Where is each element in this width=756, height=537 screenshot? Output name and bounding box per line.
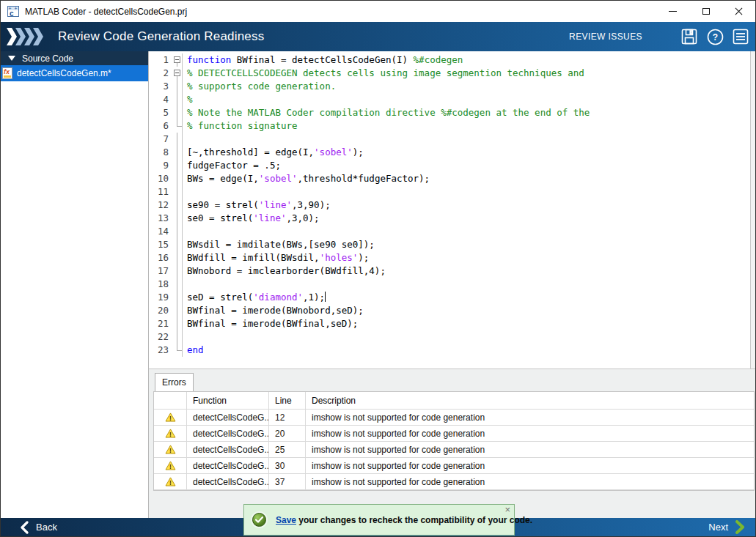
error-row-line[interactable]: 25 [269, 442, 306, 458]
line-number: 1 [149, 53, 172, 67]
code-text: % function signature [183, 119, 298, 133]
code-text: end [183, 344, 204, 357]
next-button[interactable]: Next [708, 520, 745, 534]
code-text: BWnobord = imclearborder(BWdfill,4); [183, 264, 386, 278]
code-text [183, 278, 187, 291]
error-row-line[interactable]: 12 [269, 410, 306, 426]
maximize-icon [702, 8, 710, 15]
error-row-line[interactable]: 37 [269, 474, 306, 490]
error-row-line[interactable]: 30 [269, 458, 306, 474]
error-row-function[interactable]: detectCellsCodeG... [187, 410, 269, 426]
code-line[interactable]: 1function BWfinal = detectCellsCodeGen(I… [149, 53, 749, 67]
code-line[interactable]: 7 [149, 133, 749, 146]
error-row-function[interactable]: detectCellsCodeG... [187, 426, 269, 442]
code-line[interactable]: 16BWdfill = imfill(BWsdil,'holes'); [149, 251, 749, 264]
error-row-description[interactable]: imshow is not supported for code generat… [306, 474, 754, 490]
error-row-warning[interactable]: ! [154, 458, 187, 474]
line-number: 10 [149, 172, 172, 185]
code-line[interactable]: 2% DETECTCELLSCODEGEN detects cells usin… [149, 67, 749, 80]
error-row-function[interactable]: detectCellsCodeG... [187, 458, 269, 474]
line-number: 23 [149, 344, 172, 357]
error-row-function[interactable]: detectCellsCodeG... [187, 474, 269, 490]
error-row-description[interactable]: imshow is not supported for code generat… [306, 410, 754, 426]
code-editor[interactable]: 1function BWfinal = detectCellsCodeGen(I… [149, 51, 755, 369]
code-text: % Note the MATLAB Coder compilation dire… [183, 106, 590, 119]
line-number: 8 [149, 146, 172, 159]
close-button[interactable] [722, 1, 755, 22]
line-number: 3 [149, 80, 172, 93]
code-line[interactable]: 10BWs = edge(I,'sobel',threshold*fudgeFa… [149, 172, 749, 185]
column-header-line[interactable]: Line [269, 392, 306, 410]
save-link[interactable]: Save [276, 515, 296, 525]
line-number: 22 [149, 330, 172, 344]
maximize-button[interactable] [689, 1, 722, 22]
warning-icon: ! [165, 461, 176, 470]
code-text: seD = strel('diamond',1); [183, 291, 326, 304]
code-text: se90 = strel('line',3,90); [183, 199, 331, 212]
code-line[interactable]: 15BWsdil = imdilate(BWs,[se90 se0]); [149, 238, 749, 251]
fold-marker[interactable] [172, 67, 183, 80]
fold-marker [172, 133, 183, 146]
save-notification: × Save your changes to recheck the compa… [243, 504, 515, 536]
minimize-button[interactable] [656, 1, 689, 22]
error-row-function[interactable]: detectCellsCodeG... [187, 442, 269, 458]
code-line[interactable]: 22 [149, 330, 749, 344]
code-text: [~,threshold] = edge(I,'sobel'); [183, 146, 364, 159]
code-text [183, 330, 187, 344]
code-line[interactable]: 18 [149, 278, 749, 291]
back-button[interactable]: Back [20, 521, 57, 534]
code-line[interactable]: 8[~,threshold] = edge(I,'sobel'); [149, 146, 749, 159]
main-area: Source Code fx detectCellsCodeGen.m* 1fu… [1, 51, 755, 518]
editor-message-bar[interactable] [750, 51, 755, 369]
code-line[interactable]: 9fudgeFactor = .5; [149, 159, 749, 172]
line-number: 17 [149, 264, 172, 278]
code-line[interactable]: 21BWfinal = imerode(BWfinal,seD); [149, 317, 749, 330]
error-row-description[interactable]: imshow is not supported for code generat… [306, 442, 754, 458]
error-row-warning[interactable]: ! [154, 474, 187, 490]
error-row-line[interactable]: 20 [269, 426, 306, 442]
back-chevron-icon [20, 521, 29, 534]
code-line[interactable]: 14 [149, 225, 749, 238]
code-lines: 1function BWfinal = detectCellsCodeGen(I… [149, 53, 749, 357]
code-line[interactable]: 19seD = strel('diamond',1); [149, 291, 749, 304]
code-line[interactable]: 6% function signature [149, 119, 749, 133]
error-row-warning[interactable]: ! [154, 410, 187, 426]
code-text: BWdfill = imfill(BWsdil,'holes'); [183, 251, 369, 264]
code-line[interactable]: 12se90 = strel('line',3,90); [149, 199, 749, 212]
code-line[interactable]: 11 [149, 185, 749, 199]
sidebar-item-source-file[interactable]: fx detectCellsCodeGen.m* [1, 65, 148, 81]
line-number: 14 [149, 225, 172, 238]
column-header-function[interactable]: Function [187, 392, 269, 410]
code-line[interactable]: 3% supports code generation. [149, 80, 749, 93]
error-row-description[interactable]: imshow is not supported for code generat… [306, 426, 754, 442]
code-line[interactable]: 13se0 = strel('line',3,0); [149, 212, 749, 225]
save-button[interactable] [680, 28, 698, 45]
column-header-icon[interactable] [154, 392, 187, 410]
error-row-warning[interactable]: ! [154, 442, 187, 458]
error-row-description[interactable]: imshow is not supported for code generat… [306, 458, 754, 474]
tab-errors[interactable]: Errors [155, 373, 194, 391]
fold-marker [172, 291, 183, 304]
fold-marker [172, 278, 183, 291]
fold-marker [172, 251, 183, 264]
fold-marker [172, 304, 183, 317]
line-number: 9 [149, 159, 172, 172]
code-line[interactable]: 23end [149, 344, 749, 357]
code-line[interactable]: 17BWnobord = imclearborder(BWdfill,4); [149, 264, 749, 278]
fold-marker[interactable] [172, 53, 183, 67]
code-line[interactable]: 4% [149, 93, 749, 106]
notification-close-icon[interactable]: × [504, 505, 510, 515]
line-number: 7 [149, 133, 172, 146]
column-header-description[interactable]: Description [306, 392, 754, 410]
code-text [183, 133, 187, 146]
source-code-header[interactable]: Source Code [1, 51, 148, 65]
code-text: % DETECTCELLSCODEGEN detects cells using… [183, 67, 584, 80]
error-row-warning[interactable]: ! [154, 426, 187, 442]
code-line[interactable]: 5% Note the MATLAB Coder compilation dir… [149, 106, 749, 119]
review-issues-button[interactable]: REVIEW ISSUES [569, 32, 642, 42]
svg-text:!: ! [169, 447, 172, 454]
code-line[interactable]: 20BWfinal = imerode(BWnobord,seD); [149, 304, 749, 317]
menu-button[interactable] [732, 28, 749, 45]
warning-icon: ! [165, 429, 176, 438]
help-button[interactable]: ? [706, 28, 724, 45]
